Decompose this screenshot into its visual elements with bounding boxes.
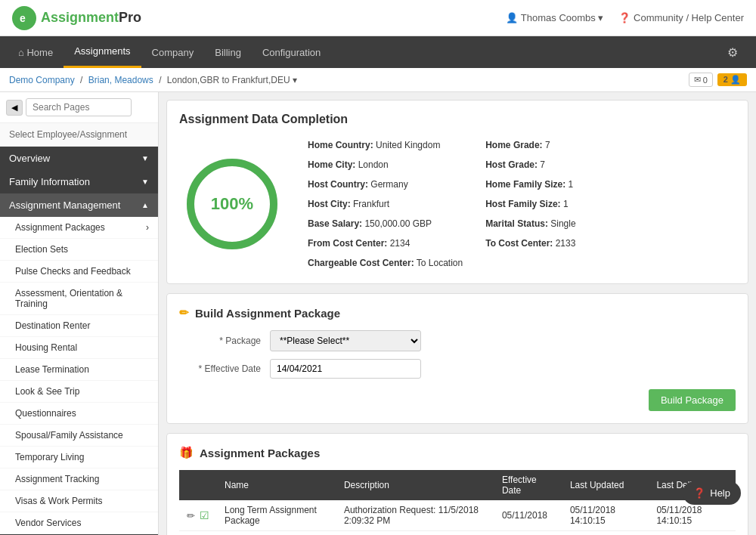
breadcrumb: Demo Company / Brian, Meadows / London,G… (9, 75, 297, 85)
pkg-description: Authorization Request: 11/5/2018 2:09:32… (336, 500, 494, 531)
field-chargeable-cost-center: Chargeable Cost Center: To Location (308, 255, 463, 271)
sidebar-item-questionnaires[interactable]: Questionnaires (0, 403, 158, 425)
sidebar-item-assignment-tracking[interactable]: Assignment Tracking (0, 469, 158, 490)
sidebar-section-assignment-management[interactable]: Assignment Management ▲ (0, 193, 158, 217)
field-marital-status: Marital Status: Single (485, 215, 640, 232)
sidebar-section-family[interactable]: Family Information ▼ (0, 170, 158, 193)
sidebar-item-election-sets[interactable]: Election Sets (0, 239, 158, 261)
field-base-salary: Base Salary: 150,000.00 GBP (308, 215, 463, 232)
row-actions: ✏ ☑ (187, 509, 209, 521)
completion-percent: 100% (211, 194, 253, 214)
nav-configuration[interactable]: Configuration (252, 36, 331, 68)
breadcrumb-company[interactable]: Demo Company (9, 75, 75, 85)
sidebar-back-button[interactable]: ◀ (6, 100, 23, 116)
select-employee-label: Select Employee/Assignment (0, 123, 158, 147)
effective-date-label: * Effective Date (179, 363, 270, 374)
package-select[interactable]: **Please Select** (270, 330, 421, 351)
package-label: * Package (179, 336, 270, 346)
field-from-cost-center: From Cost Center: 2134 (308, 235, 463, 252)
breadcrumb-bar: Demo Company / Brian, Meadows / London,G… (0, 68, 756, 92)
nav-billing[interactable]: Billing (204, 36, 252, 68)
completion-card: Assignment Data Completion 100% Home Cou (166, 100, 748, 284)
top-right-nav: 👤 Thomas Coombs ▾ ❓ Community / Help Cen… (506, 12, 744, 23)
pencil-icon: ✏ (179, 306, 189, 320)
pkg-effective-date: 05/11/2018 (494, 500, 562, 531)
logo-icon: e (12, 6, 36, 30)
chevron-up-icon: ▲ (141, 201, 149, 209)
sidebar-search-area: ◀ (0, 92, 158, 123)
help-icon: ❓ (693, 487, 705, 499)
breadcrumb-route[interactable]: London,GBR to Frankfurt,DEU ▾ (167, 75, 297, 85)
search-input[interactable] (26, 98, 132, 116)
build-package-button[interactable]: Build Package (649, 389, 736, 411)
sidebar-item-vendor-services[interactable]: Vendor Services (0, 512, 158, 534)
pkg-last-updated: 05/11/2018 14:10:15 (562, 500, 649, 531)
chevron-right-icon: › (146, 222, 149, 233)
sidebar-item-destination-renter[interactable]: Destination Renter (0, 315, 158, 337)
field-host-country: Host Country: Germany (308, 176, 463, 193)
donut-chart: 100% (179, 151, 285, 257)
user-menu[interactable]: 👤 Thomas Coombs ▾ (506, 12, 603, 23)
sidebar-item-temp-living[interactable]: Temporary Living (0, 447, 158, 469)
content-area: Assignment Data Completion 100% Home Cou (159, 92, 756, 535)
effective-date-input[interactable] (270, 359, 421, 379)
col-effective-date: Effective Date (494, 470, 562, 500)
edit-icon[interactable]: ✏ (187, 510, 195, 521)
field-home-city: Home City: London (308, 156, 463, 173)
gift-icon: 🎁 (179, 446, 194, 459)
packages-table: Name Description Effective Date Last Upd… (179, 470, 736, 531)
svg-text:e: e (20, 12, 26, 24)
mail-badge[interactable]: ✉0 (689, 73, 713, 87)
field-to-cost-center: To Cost Center: 2133 (485, 235, 640, 252)
logo: e AssignmentPro (12, 6, 141, 30)
alert-badge[interactable]: 2 👤 (717, 73, 747, 86)
completion-fields: Home Country: United Kingdom Home Grade:… (308, 137, 640, 271)
sidebar-item-look-see-trip[interactable]: Look & See Trip (0, 381, 158, 403)
sidebar-item-lease-termination[interactable]: Lease Termination (0, 359, 158, 381)
settings-icon[interactable]: ⚙ (717, 45, 748, 60)
chevron-down-icon: ▼ (141, 178, 149, 186)
pkg-name: Long Term Assignment Package (217, 500, 336, 531)
field-home-country: Home Country: United Kingdom (308, 137, 463, 153)
top-bar: e AssignmentPro 👤 Thomas Coombs ▾ ❓ Comm… (0, 0, 756, 36)
col-actions (179, 470, 217, 500)
sidebar-item-assessment[interactable]: Assessment, Orientation & Training (0, 283, 158, 315)
col-last-updated: Last Updated (562, 470, 649, 500)
chevron-down-icon: ▼ (141, 154, 149, 162)
col-description: Description (336, 470, 494, 500)
effective-date-row: * Effective Date (179, 359, 736, 379)
sidebar-section-overview[interactable]: Overview ▼ (0, 147, 158, 170)
build-package-title: ✏ Build Assignment Package (179, 306, 736, 320)
field-host-grade: Host Grade: 7 (485, 156, 640, 173)
sidebar: ◀ Select Employee/Assignment Overview ▼ … (0, 92, 159, 535)
build-package-card: ✏ Build Assignment Package * Package **P… (166, 293, 748, 424)
field-host-city: Host City: Frankfurt (308, 196, 463, 212)
field-home-family-size: Home Family Size: 1 (485, 176, 640, 193)
breadcrumb-employee[interactable]: Brian, Meadows (88, 75, 153, 85)
pkg-last-delivered: 05/11/2018 14:10:15 (649, 500, 736, 531)
sidebar-item-pulse-checks[interactable]: Pulse Checks and Feedback (0, 261, 158, 283)
completion-title: Assignment Data Completion (179, 113, 736, 126)
nav-bar: ⌂ Home Assignments Company Billing Confi… (0, 36, 756, 68)
package-row: * Package **Please Select** (179, 330, 736, 351)
check-icon[interactable]: ☑ (200, 509, 209, 521)
field-home-grade: Home Grade: 7 (485, 137, 640, 153)
assignment-packages-card: 🎁 Assignment Packages Name Description E… (166, 433, 748, 535)
nav-company[interactable]: Company (141, 36, 205, 68)
breadcrumb-icons: ✉0 2 👤 (689, 73, 747, 87)
main-layout: ◀ Select Employee/Assignment Overview ▼ … (0, 92, 756, 535)
table-row: ✏ ☑ Long Term Assignment Package Authori… (179, 500, 736, 531)
nav-assignments[interactable]: Assignments (64, 36, 141, 68)
col-name: Name (217, 470, 336, 500)
sidebar-item-assignment-packages[interactable]: Assignment Packages › (0, 217, 158, 239)
sidebar-item-housing-rental[interactable]: Housing Rental (0, 337, 158, 359)
help-button[interactable]: ❓ Help (683, 481, 741, 505)
field-host-family-size: Host Family Size: 1 (485, 196, 640, 212)
completion-content: 100% Home Country: United Kingdom Home G… (179, 137, 736, 271)
help-center-link[interactable]: ❓ Community / Help Center (618, 12, 744, 23)
logo-text: AssignmentPro (41, 10, 141, 26)
nav-home[interactable]: ⌂ Home (8, 36, 64, 68)
sidebar-item-spousal[interactable]: Spousal/Family Assistance (0, 425, 158, 447)
assignment-packages-title: 🎁 Assignment Packages (179, 446, 736, 459)
sidebar-item-visas-work-permits[interactable]: Visas & Work Permits (0, 490, 158, 512)
